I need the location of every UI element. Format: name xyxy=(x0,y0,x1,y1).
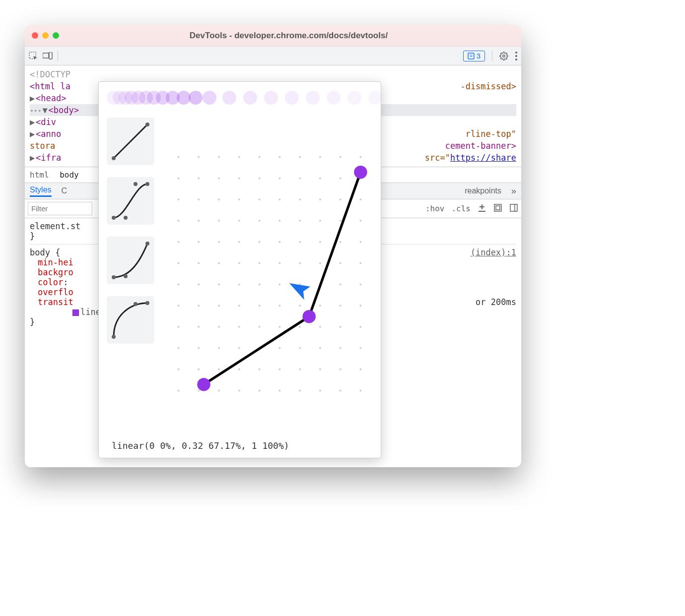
svg-rect-15 xyxy=(510,204,517,211)
close-trail: cement-banner> xyxy=(445,141,516,151)
svg-point-85 xyxy=(278,262,280,264)
svg-point-100 xyxy=(178,305,180,307)
svg-point-140 xyxy=(178,389,180,391)
expand-caret-icon[interactable]: ▶ xyxy=(30,153,36,163)
svg-point-146 xyxy=(299,389,301,391)
preset-ease-out[interactable] xyxy=(107,296,154,344)
expand-caret-icon[interactable]: ▶ xyxy=(30,117,36,127)
svg-point-47 xyxy=(319,177,321,179)
easing-swatch-icon[interactable] xyxy=(72,309,79,316)
prop-transition[interactable]: transit xyxy=(38,297,73,307)
issues-badge[interactable]: 3 xyxy=(463,51,485,62)
element-style-selector: element.st xyxy=(30,221,80,231)
svg-point-34 xyxy=(259,156,261,158)
source-link[interactable]: (index):1 xyxy=(471,247,516,257)
svg-point-23 xyxy=(134,182,137,186)
prop-color[interactable]: color xyxy=(38,277,63,287)
more-tabs-icon[interactable]: » xyxy=(511,186,516,196)
expand-caret-icon[interactable]: ▶ xyxy=(30,93,36,103)
tab-computed-trunc[interactable]: C xyxy=(62,186,68,195)
div-tag[interactable]: <div xyxy=(36,117,56,127)
svg-point-145 xyxy=(278,389,280,391)
toggle-sidebar-icon[interactable] xyxy=(509,203,518,214)
svg-point-118 xyxy=(340,326,342,328)
iframe-tag[interactable]: <ifra xyxy=(36,153,61,163)
svg-point-113 xyxy=(238,326,240,328)
computed-sidebar-icon[interactable] xyxy=(493,203,502,214)
src-attr: src=" xyxy=(425,153,450,163)
svg-point-114 xyxy=(259,326,261,328)
inspect-icon[interactable] xyxy=(29,52,38,61)
svg-point-24 xyxy=(112,275,116,279)
svg-point-123 xyxy=(238,347,240,349)
close-icon[interactable] xyxy=(32,32,38,39)
breadcrumb-html[interactable]: html xyxy=(30,170,49,180)
svg-point-69 xyxy=(359,220,361,222)
body-tag[interactable]: <body> xyxy=(48,105,78,115)
expand-caret-icon[interactable]: ▶ xyxy=(30,129,36,139)
curve-handle[interactable] xyxy=(197,378,210,391)
svg-point-104 xyxy=(259,305,261,307)
svg-line-17 xyxy=(114,124,147,158)
new-rule-icon[interactable] xyxy=(478,203,486,214)
svg-point-86 xyxy=(299,262,301,264)
preset-ease-in-out[interactable] xyxy=(107,177,154,225)
gear-icon[interactable] xyxy=(499,52,508,61)
traffic-lights xyxy=(32,32,59,39)
curve-handle[interactable] xyxy=(302,310,315,323)
src-link[interactable]: https://share xyxy=(450,153,516,163)
prop-background[interactable]: backgro xyxy=(38,267,73,277)
svg-point-7 xyxy=(515,52,517,54)
minimize-icon[interactable] xyxy=(42,32,49,39)
svg-point-105 xyxy=(278,305,280,307)
svg-point-98 xyxy=(340,283,342,285)
svg-point-27 xyxy=(112,335,116,339)
stora-text: stora xyxy=(30,141,55,151)
cls-toggle[interactable]: .cls xyxy=(451,204,471,213)
tab-styles[interactable]: Styles xyxy=(30,185,52,197)
svg-point-112 xyxy=(218,326,220,328)
svg-point-74 xyxy=(259,241,261,243)
svg-point-8 xyxy=(515,55,517,57)
svg-point-121 xyxy=(198,347,200,349)
collapse-caret-icon[interactable]: ▼ xyxy=(42,105,48,115)
svg-point-43 xyxy=(238,177,240,179)
svg-rect-13 xyxy=(494,204,501,211)
easing-curve-editor[interactable] xyxy=(158,114,381,433)
maximize-icon[interactable] xyxy=(53,32,59,39)
prop-overflow[interactable]: overflo xyxy=(38,287,73,297)
svg-point-53 xyxy=(238,198,240,200)
filter-input[interactable] xyxy=(28,202,92,215)
curve-handle[interactable] xyxy=(354,166,367,179)
preset-linear[interactable] xyxy=(107,118,154,165)
devtools-toolbar: 3 xyxy=(25,47,521,65)
preset-ease-in[interactable] xyxy=(107,237,154,284)
svg-point-42 xyxy=(218,177,220,179)
tab-breakpoints-trunc[interactable]: reakpoints xyxy=(465,186,501,195)
prop-min-height[interactable]: min-hei xyxy=(38,257,73,267)
svg-point-57 xyxy=(319,198,321,200)
head-tag[interactable]: <head> xyxy=(36,93,66,103)
svg-point-32 xyxy=(218,156,220,158)
svg-rect-2 xyxy=(49,52,52,59)
toolbar-divider xyxy=(492,51,492,62)
svg-point-20 xyxy=(112,216,116,220)
grid-dots xyxy=(178,156,362,392)
svg-rect-1 xyxy=(43,53,49,58)
svg-point-107 xyxy=(319,305,321,307)
svg-point-33 xyxy=(238,156,240,158)
device-toggle-icon[interactable] xyxy=(43,52,53,60)
svg-point-84 xyxy=(259,262,261,264)
anno-tag[interactable]: <anno xyxy=(36,129,61,139)
svg-point-72 xyxy=(218,241,220,243)
svg-point-28 xyxy=(145,301,149,305)
hov-toggle[interactable]: :hov xyxy=(425,204,445,213)
svg-point-65 xyxy=(278,220,280,222)
svg-point-132 xyxy=(218,369,220,370)
svg-rect-3 xyxy=(468,53,474,59)
kebab-menu-icon[interactable] xyxy=(515,52,517,61)
breadcrumb-body[interactable]: body xyxy=(60,170,79,180)
svg-point-62 xyxy=(218,220,220,222)
svg-point-108 xyxy=(340,305,342,307)
svg-point-35 xyxy=(278,156,280,158)
